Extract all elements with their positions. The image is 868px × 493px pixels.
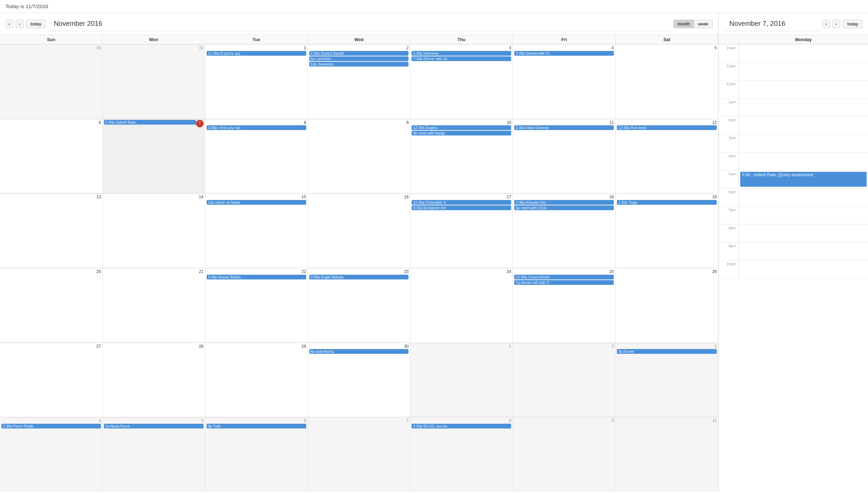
day-cell-4-6[interactable]: 33a Eevee: [615, 343, 718, 417]
day-cell-1-4[interactable]: 1012:30a Dugtrio9p meet with Nadja: [410, 119, 513, 194]
day-cell-4-5[interactable]: 2: [513, 343, 615, 417]
day-cell-4-1[interactable]: 28: [103, 343, 205, 417]
day-cell-0-6[interactable]: 5: [615, 44, 718, 119]
time-slot-7[interactable]: 5:30 - submit Rails, jQuery assessment: [739, 170, 868, 188]
event-pill[interactable]: 1:30p Yoga: [617, 200, 717, 205]
time-slot-10[interactable]: [739, 224, 868, 242]
time-slot-8[interactable]: [739, 188, 868, 206]
event-pill[interactable]: 12:30a Dugtrio: [412, 125, 511, 130]
day-cell-0-5[interactable]: 42:30p Dendemille To: [513, 44, 615, 119]
day-prev-btn[interactable]: ‹: [822, 20, 830, 28]
month-view-btn[interactable]: month: [674, 20, 694, 28]
time-slot-2[interactable]: [739, 80, 868, 98]
event-pill[interactable]: 12:30p Chocolate S: [412, 200, 511, 205]
event-pill[interactable]: 6p meet with Chris: [514, 205, 614, 210]
day-cell-3-1[interactable]: 21: [103, 268, 205, 343]
time-slot-11[interactable]: [739, 242, 868, 260]
day-cell-2-3[interactable]: 16: [308, 194, 411, 268]
event-pill[interactable]: 3:30a Heat Generat: [514, 125, 614, 130]
time-row-5: 3pm: [718, 134, 868, 152]
event-pill[interactable]: 2:30p Dendemille To: [514, 51, 614, 56]
event-pill[interactable]: 7:30p Dinner with Ja: [412, 56, 511, 61]
time-slot-3[interactable]: [739, 98, 868, 116]
day-cell-5-0[interactable]: 42:30a Force Fields: [0, 417, 103, 492]
day-cell-2-6[interactable]: 191:30p Yoga: [615, 194, 718, 268]
event-pill[interactable]: 3:30p Roose Bolton: [207, 275, 306, 279]
month-today-btn[interactable]: today: [26, 20, 46, 28]
event-pill[interactable]: 1:30p Interview: [412, 51, 511, 56]
time-slot-6[interactable]: [739, 152, 868, 170]
event-pill[interactable]: 2:30p Kiloude City: [514, 200, 614, 205]
time-row-1: 11am: [718, 62, 868, 80]
day-cell-3-3[interactable]: 232:30a Eagle Nebula: [308, 268, 411, 343]
day-cell-3-2[interactable]: 223:30p Roose Bolton: [205, 268, 308, 343]
day-num: 25: [514, 269, 614, 275]
event-pill[interactable]: 8p quantifying: [309, 349, 409, 354]
time-slot-5[interactable]: [739, 134, 868, 152]
time-slot-1[interactable]: [739, 62, 868, 80]
day-cell-1-6[interactable]: 1212:30p Run tests: [615, 119, 718, 194]
time-slot-4[interactable]: [739, 116, 868, 134]
event-pill[interactable]: 1a Nova Force: [104, 424, 204, 428]
day-cell-4-2[interactable]: 29: [205, 343, 308, 417]
day-cell-2-4[interactable]: 1712:30p Chocolate S9:30p European Am: [410, 194, 513, 268]
day-num: 24: [412, 269, 511, 275]
day-next-btn[interactable]: ›: [833, 20, 840, 28]
event-pill[interactable]: 5p Lannister: [309, 56, 409, 61]
day-cell-5-2[interactable]: 66p Tully: [205, 417, 308, 492]
day-cell-0-4[interactable]: 31:30p Interview7:30p Dinner with Ja: [410, 44, 513, 119]
event-pill[interactable]: 12:30a Cross-Dimen: [514, 275, 614, 279]
month-prev-btn[interactable]: ‹: [5, 20, 13, 28]
day-cell-2-0[interactable]: 13: [0, 194, 103, 268]
event-pill[interactable]: 2:30p Robert Barath: [309, 51, 409, 56]
day-num: 1: [412, 344, 511, 349]
time-slot-0[interactable]: [739, 44, 868, 62]
week-row-4: 272829308p quantifying1233a Eevee: [0, 343, 718, 418]
event-pill[interactable]: 11:30a If you're say: [207, 51, 306, 56]
day-cell-0-3[interactable]: 22:30p Robert Barath5p Lannister10p Geon…: [308, 44, 411, 119]
day-cell-1-3[interactable]: 9: [308, 119, 411, 194]
day-num: 26: [617, 269, 717, 275]
time-slot-12[interactable]: [739, 260, 868, 278]
event-pill[interactable]: 7p phone call with D: [514, 280, 614, 285]
day-cell-3-6[interactable]: 26: [615, 268, 718, 343]
day-cell-3-0[interactable]: 20: [0, 268, 103, 343]
day-cell-5-3[interactable]: 7: [308, 417, 411, 492]
event-pill[interactable]: 2:30p R2-D2, you kn: [412, 424, 511, 428]
day-cell-5-5[interactable]: 9: [513, 417, 615, 492]
event-pill[interactable]: 6p Tully: [207, 424, 306, 428]
day-cell-4-3[interactable]: 308p quantifying: [308, 343, 411, 417]
day-cell-0-0[interactable]: 30: [0, 44, 103, 119]
month-next-btn[interactable]: ›: [16, 20, 23, 28]
day-cell-5-4[interactable]: 82:30p R2-D2, you kn: [410, 417, 513, 492]
week-view-btn[interactable]: week: [694, 20, 712, 28]
event-pill[interactable]: 12p check on leade: [207, 200, 306, 205]
day-cell-5-6[interactable]: 10: [615, 417, 718, 492]
event-pill[interactable]: 5:30p submit Rails,: [104, 120, 196, 125]
day-cell-4-4[interactable]: 1: [410, 343, 513, 417]
day-cell-1-5[interactable]: 113:30a Heat Generat: [513, 119, 615, 194]
day-cell-0-1[interactable]: 31: [103, 44, 205, 119]
day-cell-3-5[interactable]: 2512:30a Cross-Dimen7p phone call with D: [513, 268, 615, 343]
day-cell-2-2[interactable]: 1512p check on leade: [205, 194, 308, 268]
day-cell-1-2[interactable]: 83:30p I find your lac: [205, 119, 308, 194]
day-cell-1-0[interactable]: 6: [0, 119, 103, 194]
day-today-btn[interactable]: today: [843, 20, 863, 28]
event-pill[interactable]: 2:30a Eagle Nebula: [309, 275, 409, 279]
day-cell-2-5[interactable]: 182:30p Kiloude City6p meet with Chris: [513, 194, 615, 268]
day-cell-5-1[interactable]: 51a Nova Force: [103, 417, 205, 492]
event-pill[interactable]: 9p meet with Nadja: [412, 131, 511, 135]
day-cell-0-2[interactable]: 111:30a If you're say: [205, 44, 308, 119]
event-pill[interactable]: 3:30p I find your lac: [207, 125, 306, 130]
day-cell-3-4[interactable]: 24: [410, 268, 513, 343]
event-pill[interactable]: 12:30p Run tests: [617, 125, 717, 130]
event-pill[interactable]: 3a Eevee: [617, 349, 717, 354]
event-pill[interactable]: 10p Geonosis: [309, 62, 409, 67]
event-pill[interactable]: 9:30p European Am: [412, 205, 511, 210]
event-pill[interactable]: 2:30a Force Fields: [1, 424, 101, 428]
day-cell-4-0[interactable]: 27: [0, 343, 103, 417]
day-event[interactable]: 5:30 - submit Rails, jQuery assessment: [740, 172, 867, 187]
time-slot-9[interactable]: [739, 206, 868, 224]
day-cell-2-1[interactable]: 14: [103, 194, 205, 268]
day-cell-1-1[interactable]: 75:30p submit Rails,: [103, 119, 205, 194]
